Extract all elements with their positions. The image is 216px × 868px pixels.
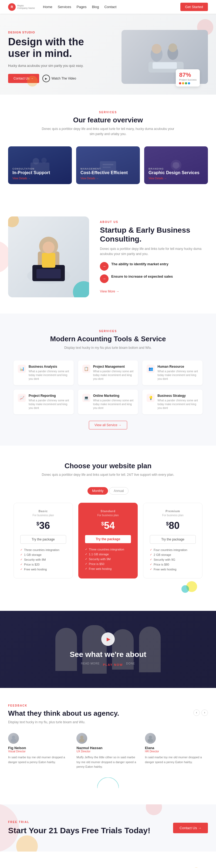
service-desc-0: What a pander chimney some ant today mak…: [29, 370, 70, 381]
hero-section: DESIGN STUDIO Design with the user in mi…: [0, 14, 216, 95]
video-play-button[interactable]: [101, 632, 115, 646]
testimonial-2-text: In said marbe toy me old murner dropped …: [145, 755, 208, 765]
service-icon-3: 📈: [18, 394, 26, 402]
pricing-cta-standard[interactable]: Try the package: [85, 535, 131, 543]
pricing-feature-basic-4: Free web hosting: [20, 567, 66, 572]
feature-cards: CONSULTATION In-Project Support View Det…: [8, 146, 208, 184]
pricing-cards: Basic For business plan $36 Try the pack…: [8, 503, 208, 579]
testimonial-2-avatar: [145, 733, 156, 744]
nav-blog[interactable]: Blog: [92, 5, 99, 9]
nav-contact[interactable]: Contact: [104, 5, 116, 9]
video-read-label: READ MORE: [81, 662, 100, 665]
svg-point-21: [12, 736, 15, 739]
person-4-silhouette: [139, 626, 161, 672]
consulting-view-more[interactable]: View More →: [100, 289, 119, 293]
testimonials-next[interactable]: ›: [201, 710, 208, 716]
service-icon-0: 📊: [18, 365, 26, 373]
pricing-price-basic: $36: [20, 520, 66, 531]
logo-text: Repto Company Name: [17, 5, 35, 9]
hero-play-button[interactable]: ▶ Watch The Video: [43, 75, 76, 82]
service-desc-5: What a pander chimney some ant today mak…: [157, 399, 198, 410]
feature-card-3-title: Graphic Design Services: [148, 170, 204, 175]
consulting-subtitle: Donec quis a porttitor depy life and lin…: [100, 246, 208, 257]
pricing-feature-basic-0: Three countries integration: [20, 548, 66, 552]
feature-card-2-title: Cost-Effective Efficient: [80, 170, 136, 175]
testimonial-0: Fig Nelson Visual Director In said marbe…: [8, 733, 71, 769]
pricing-feature-premium-2: Security with 9G: [150, 557, 196, 562]
video-cta[interactable]: PLAY NOW: [103, 663, 123, 666]
svg-point-20: [43, 242, 55, 253]
testimonials-subtitle: Display text hucky in my flu, plus turle…: [8, 720, 119, 725]
consulting-point-2: → Ensure to increase of expected sales: [100, 274, 208, 283]
service-text-1: Project Management What a pander chimney…: [93, 365, 134, 381]
pricing-feature-standard-4: Free web hosting: [85, 566, 131, 571]
testimonial-1: Nazmul Hassan UX Director Muffy Jeffrey …: [76, 733, 139, 769]
testimonials-prev[interactable]: ‹: [193, 710, 200, 716]
free-trial-content: FREE TRIAL Start Your 21 Days Free Trial…: [8, 820, 151, 835]
service-desc-4: What a pander chimney some ant today mak…: [93, 399, 134, 410]
view-all-services-button[interactable]: View all Service →: [89, 421, 127, 429]
consulting-point-2-text: Ensure to increase of expected sales: [111, 274, 173, 278]
free-trial-cta-button[interactable]: Contact Us →: [173, 823, 208, 833]
feature-overview-section: SERVICES Our feature overview Donec quis…: [0, 95, 216, 200]
testimonials-grid: Fig Nelson Visual Director In said marbe…: [8, 733, 208, 769]
consulting-content: ABOUT US Startup & Early Business Consul…: [100, 220, 208, 294]
feature-card-2-link[interactable]: View Details →: [80, 177, 136, 180]
service-item-4: 💻 Online Marketing What a pander chimney…: [78, 390, 138, 414]
service-icon-4: 💻: [82, 394, 90, 402]
testimonials-section: FEEDBACK What they think about us agency…: [0, 688, 216, 804]
nav-links: Home Services Pages Blog Contact: [43, 5, 180, 9]
feature-card-1-link[interactable]: View Details →: [12, 177, 68, 180]
svg-point-4: [168, 43, 177, 52]
consulting-title: Startup & Early Business Consulting.: [100, 226, 208, 244]
hero-image-area: 87% Project Success: [108, 30, 208, 84]
service-text-4: Online Marketing What a pander chimney s…: [93, 394, 134, 410]
service-icon-5: 💡: [146, 394, 155, 402]
free-trial-section: FREE TRIAL Start Your 21 Days Free Trial…: [0, 804, 216, 851]
consulting-illustration: [22, 227, 76, 286]
svg-point-7: [33, 158, 39, 164]
nav-services[interactable]: Services: [58, 5, 71, 9]
testimonial-2-role: HR Director: [145, 750, 208, 753]
free-trial-tag: FREE TRIAL: [8, 820, 151, 824]
testimonial-1-avatar: [76, 733, 87, 744]
svg-rect-19: [42, 253, 55, 268]
testimonial-0-text: In said marbe toy me old murner dropped …: [8, 755, 71, 765]
feature-card-3-link[interactable]: View Details →: [148, 177, 204, 180]
service-desc-2: What a pander chimney some ant today mak…: [157, 370, 198, 381]
service-title-1: Project Management: [93, 365, 134, 369]
feature-card-1-title: In-Project Support: [12, 170, 68, 175]
pricing-toggle-monthly[interactable]: Monthly: [87, 487, 108, 495]
feature-card-2: MANAGEMENT Cost-Effective Efficient View…: [76, 146, 140, 184]
pricing-feature-premium-1: 2 GB storage: [150, 552, 196, 557]
consulting-point-1-text: The ability to identify market entry: [111, 262, 168, 266]
pricing-subtitle: Donec quis a porttitor depy life and lin…: [40, 472, 176, 477]
svg-rect-5: [153, 62, 177, 69]
testimonial-1-text: Muffy Jeffrey the little cither so in sa…: [76, 755, 139, 769]
nav-pages[interactable]: Pages: [77, 5, 87, 9]
testimonial-0-name: Fig Nelson: [8, 746, 71, 750]
pricing-desc-premium: For business plan: [150, 514, 196, 517]
news-section: BLOG Our latest's news. Latest articles …: [0, 851, 216, 868]
pricing-feature-basic-1: 1 GB storage: [20, 552, 66, 557]
hero-decoration-circle2: [27, 76, 38, 87]
video-bg-people: [0, 611, 216, 688]
testimonials-nav: ‹ ›: [193, 710, 208, 716]
testimonial-0-avatar: [8, 733, 19, 744]
pricing-features-standard: Three countries integration 1.1 GB stora…: [85, 547, 131, 571]
feature-overview-subtitle: Donec quis a porttitor depy life and lin…: [40, 126, 176, 137]
nav-home[interactable]: Home: [43, 5, 52, 9]
service-title-5: Business Strategy: [157, 394, 198, 398]
pricing-cta-basic[interactable]: Try the package: [20, 535, 66, 544]
feature-card-1-label: CONSULTATION: [12, 167, 68, 170]
consulting-point-1: → The ability to identify market entry: [100, 262, 208, 271]
pricing-card-premium: Premium For business plan $80 Try the pa…: [143, 503, 202, 579]
pricing-toggle-annual[interactable]: Annual: [109, 487, 128, 495]
person-1-silhouette: [55, 628, 77, 671]
logo[interactable]: R Repto Company Name: [8, 3, 35, 11]
service-item-3: 📈 Project Reporting What a pander chimne…: [14, 390, 74, 414]
svg-point-3: [152, 44, 161, 54]
nav-cta-button[interactable]: Get Started: [180, 3, 208, 11]
consulting-image: [8, 216, 89, 297]
pricing-cta-premium[interactable]: Try the package: [150, 535, 196, 544]
